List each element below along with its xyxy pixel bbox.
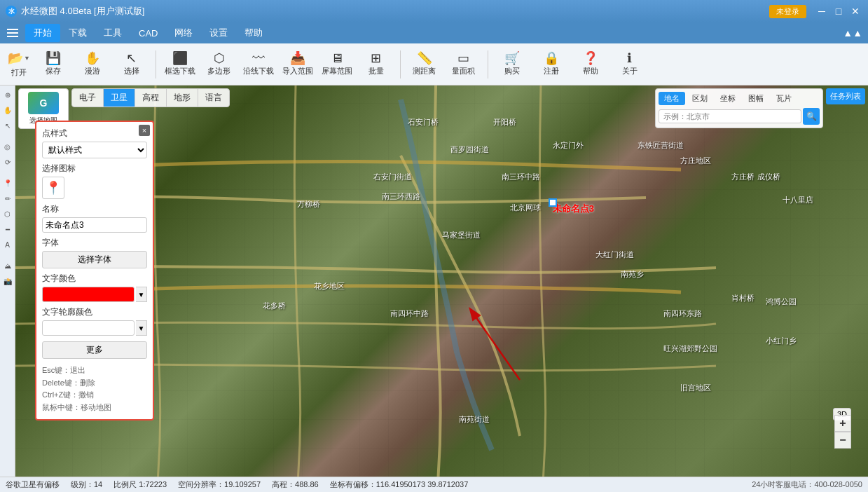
- login-button[interactable]: 未登录: [769, 5, 806, 18]
- menu-item-help[interactable]: 帮助: [236, 24, 271, 42]
- import-range-button[interactable]: 📥 导入范围: [280, 46, 316, 83]
- menu-item-cad[interactable]: CAD: [130, 25, 166, 41]
- batch-button[interactable]: ⊞ 批量: [358, 46, 394, 83]
- menu-item-settings[interactable]: 设置: [201, 24, 236, 42]
- map-label-wangxinghu: 旺兴湖郊野公园: [663, 343, 717, 354]
- point-properties-panel: × 点样式 默认样式 选择图标 📍 名称 字体 选择字体 文字颜色 ▼ 文字轮廓…: [35, 121, 154, 421]
- map-label-shibaliadian: 十八里店: [783, 195, 813, 205]
- status-source: 谷歌卫星有偏移: [6, 479, 60, 490]
- sidebar-icon-1[interactable]: ⊕: [1, 88, 14, 101]
- sidebar-icon-10[interactable]: A: [1, 238, 14, 251]
- sidebar-icon-3[interactable]: ↖: [1, 119, 14, 132]
- batch-icon: ⊞: [371, 52, 381, 64]
- search-tab-division[interactable]: 区划: [687, 92, 713, 105]
- map-type-elevation[interactable]: 高程: [135, 89, 167, 107]
- screen-range-button[interactable]: 🖥 屏幕范围: [319, 46, 355, 83]
- outline-color-dropdown[interactable]: ▼: [136, 320, 147, 336]
- sidebar-icon-11[interactable]: ⛰: [1, 259, 14, 272]
- map-marker-dot: [549, 198, 557, 207]
- name-input[interactable]: [42, 217, 147, 233]
- hint-delete: Delete键：删除: [42, 377, 147, 390]
- map-label-yongdingmen: 永定门外: [553, 140, 584, 151]
- search-button[interactable]: 🔍: [803, 108, 820, 125]
- menu-item-start[interactable]: 开始: [25, 24, 60, 42]
- text-color-dropdown[interactable]: ▼: [136, 287, 147, 302]
- map-logo: G: [28, 92, 59, 114]
- outline-color-swatch[interactable]: [42, 320, 135, 336]
- frame-dl-button[interactable]: ⬛ 框选下载: [162, 46, 198, 83]
- save-label: 保存: [46, 66, 61, 76]
- style-label: 点样式: [42, 128, 147, 139]
- icon-preview[interactable]: 📍: [42, 177, 64, 199]
- minimize-button[interactable]: ─: [815, 4, 829, 18]
- register-label: 注册: [544, 66, 559, 76]
- open-button[interactable]: 📂 ▼ 打开: [6, 46, 32, 83]
- map-type-electronic[interactable]: 电子: [72, 89, 104, 107]
- search-tab-mapsheet[interactable]: 图幅: [743, 92, 769, 105]
- search-tab-placename[interactable]: 地名: [659, 92, 685, 105]
- search-input[interactable]: [659, 109, 801, 123]
- select-font-button[interactable]: 选择字体: [42, 251, 147, 268]
- buy-button[interactable]: 🛒 购买: [494, 46, 530, 83]
- title-left: 水 水经微图 4.0Beta [用户测试版]: [6, 5, 144, 18]
- map-label-fangzhuangqiao: 方庄桥: [731, 172, 755, 182]
- roam-label: 漫游: [85, 66, 100, 76]
- hamburger-menu[interactable]: [3, 23, 22, 43]
- close-button[interactable]: ✕: [848, 4, 862, 18]
- about-icon: ℹ: [627, 52, 632, 64]
- select-button[interactable]: ↖ 选择: [113, 46, 150, 83]
- map-label-fangzhuangdiqu: 方庄地区: [680, 156, 711, 166]
- map-label-beijing-tennis: 北京网球: [510, 203, 541, 213]
- zoom-in-button[interactable]: +: [834, 415, 851, 432]
- register-button[interactable]: 🔒 注册: [533, 46, 570, 83]
- toolbar-separator-2: [400, 50, 401, 78]
- save-button[interactable]: 💾 保存: [35, 46, 71, 83]
- status-scale: 比例尺 1:72223: [113, 479, 167, 490]
- hint-ctrlz: Ctrl+Z键：撤销: [42, 389, 147, 402]
- panel-hints: Esc键：退出 Delete键：删除 Ctrl+Z键：撤销 鼠标中键：移动地图: [42, 364, 147, 414]
- style-select[interactable]: 默认样式: [42, 142, 147, 158]
- menu-item-download[interactable]: 下载: [60, 24, 95, 42]
- hint-esc: Esc键：退出: [42, 364, 147, 377]
- help-label: 帮助: [583, 66, 598, 76]
- register-icon: 🔒: [544, 52, 559, 64]
- polygon-button[interactable]: ⬡ 多边形: [201, 46, 237, 83]
- help-button[interactable]: ❓ 帮助: [572, 46, 609, 83]
- text-color-swatch[interactable]: [42, 287, 135, 302]
- along-dl-button[interactable]: 〰 沿线下载: [240, 46, 277, 83]
- map-label-hongbogongyuan: 鸿博公园: [766, 296, 797, 307]
- measure-area-button[interactable]: ▭ 量面积: [446, 46, 482, 83]
- sidebar-icon-2[interactable]: ✋: [1, 104, 14, 116]
- panel-close-button[interactable]: ×: [139, 125, 150, 136]
- map-type-language[interactable]: 语言: [198, 89, 229, 107]
- screen-range-icon: 🖥: [331, 52, 343, 64]
- sidebar-icon-5[interactable]: ⟳: [1, 156, 14, 168]
- map-label-xiluoyuan: 西罗园街道: [450, 144, 489, 155]
- search-tab-tile[interactable]: 瓦片: [771, 92, 797, 105]
- task-list-button[interactable]: 任务列表: [826, 88, 865, 104]
- sidebar-icon-8[interactable]: ⬡: [1, 207, 14, 220]
- search-tab-coord[interactable]: 坐标: [715, 92, 741, 105]
- map-label-wanliuqiao: 万柳桥: [297, 199, 320, 210]
- map-type-terrain[interactable]: 地形: [167, 89, 198, 107]
- menu-item-tools[interactable]: 工具: [95, 24, 130, 42]
- sidebar-icon-12[interactable]: 📸: [1, 275, 14, 287]
- help-icon: ❓: [583, 52, 598, 64]
- maximize-button[interactable]: □: [832, 4, 846, 18]
- roam-button[interactable]: ✋ 漫游: [74, 46, 111, 83]
- map-label-dahongmen: 大红门街道: [595, 250, 634, 260]
- batch-label: 批量: [368, 66, 384, 76]
- about-button[interactable]: ℹ 关于: [612, 46, 648, 83]
- menu-item-network[interactable]: 网络: [166, 24, 201, 42]
- map-container[interactable]: G 选择地图 电子 卫星 高程 地形 语言: [15, 86, 868, 477]
- map-type-satellite[interactable]: 卫星: [104, 89, 135, 107]
- measure-dist-button[interactable]: 📏 测距离: [406, 46, 443, 83]
- collapse-button[interactable]: ▲▲: [840, 25, 865, 41]
- zoom-out-button[interactable]: −: [834, 432, 851, 449]
- more-button[interactable]: 更多: [42, 341, 147, 359]
- sidebar-icon-6[interactable]: 📍: [1, 177, 14, 189]
- sidebar-icon-9[interactable]: ━: [1, 223, 14, 235]
- sidebar-icon-7[interactable]: ✏: [1, 192, 14, 205]
- toolbar-separator-3: [488, 50, 488, 78]
- sidebar-icon-4[interactable]: ◎: [1, 140, 14, 153]
